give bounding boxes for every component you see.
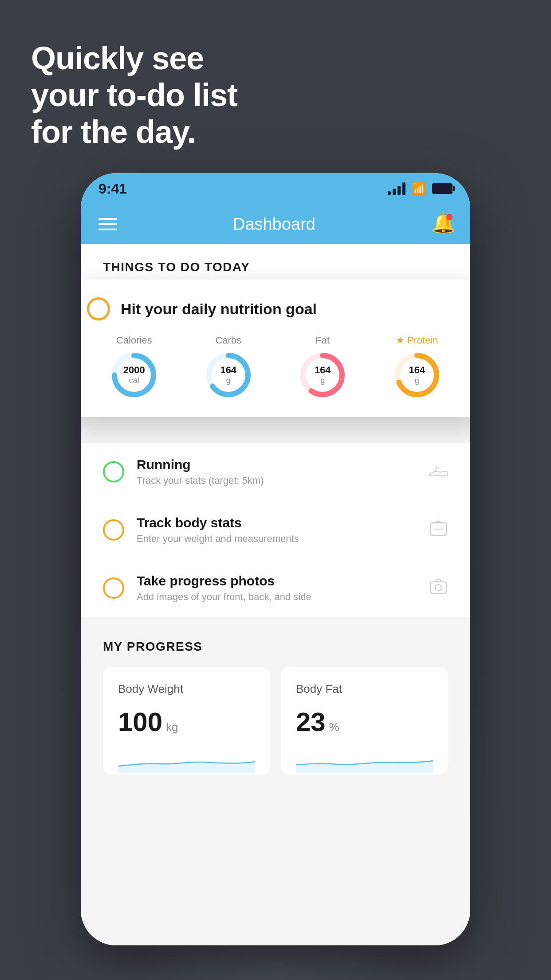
hero-line3: for the day.: [31, 114, 237, 150]
body-stats-text: Track body stats Enter your weight and m…: [137, 515, 416, 545]
nutrition-row: Calories 2000 cal Carbs: [87, 335, 464, 399]
battery-icon: [432, 183, 453, 194]
body-weight-label: Body Weight: [118, 682, 255, 696]
nutrition-check-circle[interactable]: [87, 297, 110, 320]
phone-content: THINGS TO DO TODAY Hit your daily nutrit…: [81, 244, 470, 945]
running-text: Running Track your stats (target: 5km): [137, 457, 416, 486]
carbs-donut: 164 g: [204, 351, 253, 399]
things-to-do-header: THINGS TO DO TODAY: [81, 244, 470, 283]
body-weight-card[interactable]: Body Weight 100 kg: [103, 667, 270, 775]
body-weight-unit: kg: [166, 720, 178, 734]
notification-badge: [446, 214, 453, 220]
progress-section: MY PROGRESS Body Weight 100 kg Body Fat: [81, 617, 470, 775]
protein-value: 164: [409, 364, 425, 376]
todo-list: Running Track your stats (target: 5km) T…: [81, 443, 470, 617]
nutrition-protein: ★ Protein 164 g: [393, 335, 441, 399]
body-fat-number: 23: [296, 707, 326, 737]
hero-line2: your to-do list: [31, 77, 237, 114]
menu-button[interactable]: [98, 218, 117, 230]
hero-line1: Quickly see: [31, 40, 237, 77]
body-fat-unit: %: [329, 720, 339, 734]
svg-point-11: [435, 585, 441, 591]
todo-running[interactable]: Running Track your stats (target: 5km): [81, 443, 470, 501]
body-stats-check[interactable]: [103, 519, 124, 541]
svg-rect-10: [430, 582, 446, 593]
status-time: 9:41: [98, 181, 127, 197]
running-icon: [429, 462, 448, 482]
todo-progress-photos[interactable]: Take progress photos Add images of your …: [81, 559, 470, 617]
fat-value: 164: [315, 364, 331, 376]
carbs-value: 164: [220, 364, 236, 376]
progress-photos-text: Take progress photos Add images of your …: [137, 573, 416, 603]
carbs-unit: g: [220, 376, 236, 386]
hero-text: Quickly see your to-do list for the day.: [31, 40, 237, 150]
body-weight-sparkline: [118, 746, 255, 773]
fat-donut: 164 g: [298, 351, 347, 399]
notification-button[interactable]: 🔔: [431, 213, 453, 235]
wifi-icon: 📶: [412, 182, 426, 196]
calories-label: Calories: [116, 335, 152, 346]
signal-icon: [388, 182, 405, 195]
body-stats-title: Track body stats: [137, 515, 416, 530]
protein-label: ★ Protein: [396, 335, 438, 346]
calories-unit: cal: [123, 376, 145, 386]
status-icons: 📶: [388, 182, 453, 196]
nutrition-card: Hit your daily nutrition goal Calories 2…: [81, 280, 470, 417]
card-header: Hit your daily nutrition goal: [87, 297, 464, 320]
fat-label: Fat: [315, 335, 330, 346]
nutrition-fat: Fat 164 g: [298, 335, 347, 399]
body-fat-card[interactable]: Body Fat 23 %: [281, 667, 448, 775]
calories-donut: 2000 cal: [110, 351, 158, 399]
fat-unit: g: [315, 376, 331, 386]
phone-frame: 9:41 📶 Dashboard 🔔 THINGS TO DO TODAY: [81, 173, 470, 945]
running-check[interactable]: [103, 461, 124, 482]
todo-body-stats[interactable]: Track body stats Enter your weight and m…: [81, 501, 470, 559]
nutrition-carbs: Carbs 164 g: [204, 335, 253, 399]
carbs-label: Carbs: [215, 335, 241, 346]
calories-value: 2000: [123, 364, 145, 376]
nutrition-card-title: Hit your daily nutrition goal: [121, 300, 317, 318]
photo-icon: [429, 577, 448, 599]
running-subtitle: Track your stats (target: 5km): [137, 475, 416, 486]
body-weight-number: 100: [118, 707, 162, 737]
body-fat-label: Body Fat: [296, 682, 433, 696]
progress-photos-subtitle: Add images of your front, back, and side: [137, 591, 416, 603]
body-fat-value-row: 23 %: [296, 707, 433, 737]
progress-title: MY PROGRESS: [103, 640, 448, 654]
star-icon: ★: [396, 335, 405, 346]
nutrition-calories: Calories 2000 cal: [110, 335, 158, 399]
nav-bar: Dashboard 🔔: [81, 204, 470, 244]
body-stats-subtitle: Enter your weight and measurements: [137, 533, 416, 545]
nav-title: Dashboard: [233, 215, 315, 234]
progress-cards: Body Weight 100 kg Body Fat 23 %: [103, 667, 448, 775]
progress-photos-check[interactable]: [103, 577, 124, 599]
protein-unit: g: [409, 376, 425, 386]
progress-photos-title: Take progress photos: [137, 573, 416, 589]
body-fat-sparkline: [296, 746, 433, 773]
protein-donut: 164 g: [393, 351, 441, 399]
scale-icon: [429, 519, 448, 541]
running-title: Running: [137, 457, 416, 472]
body-weight-value-row: 100 kg: [118, 707, 255, 737]
status-bar: 9:41 📶: [81, 173, 470, 204]
section-title: THINGS TO DO TODAY: [103, 260, 250, 274]
